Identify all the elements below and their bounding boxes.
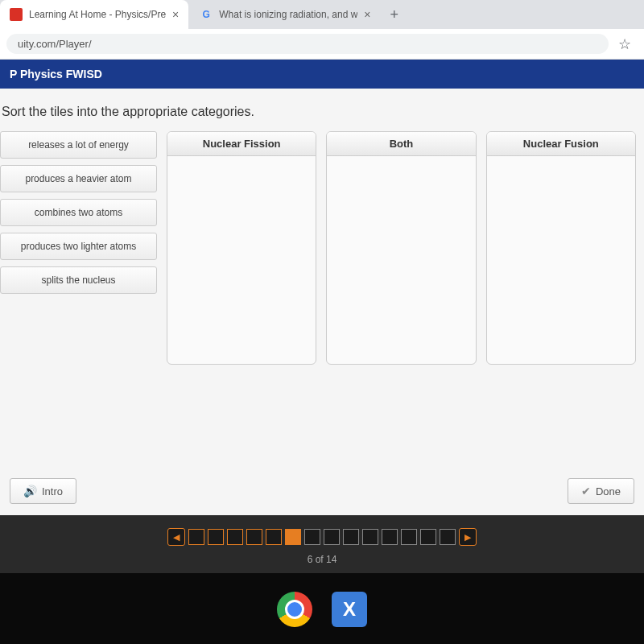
draggable-tile[interactable]: produces two lighter atoms bbox=[0, 233, 157, 260]
progress-step[interactable] bbox=[188, 529, 204, 545]
progress-step[interactable] bbox=[246, 529, 262, 545]
progress-step[interactable] bbox=[401, 529, 417, 545]
course-header: P Physics FWISD bbox=[0, 60, 644, 89]
taskbar: X bbox=[0, 573, 644, 644]
progress-step[interactable] bbox=[382, 529, 398, 545]
drop-zone-header: Both bbox=[327, 132, 475, 156]
tabs-bar: Learning At Home - Physics/Pre × G What … bbox=[0, 0, 644, 29]
progress-step[interactable] bbox=[440, 529, 456, 545]
address-bar-row: uity.com/Player/ ☆ bbox=[0, 29, 644, 60]
progress-bar: ◀ ▶ 6 of 14 bbox=[0, 515, 644, 573]
content-area: Sort the tiles into the appropriate cate… bbox=[0, 89, 644, 467]
bottom-controls: 🔊 Intro ✔ Done bbox=[0, 467, 644, 515]
drop-zone-fusion[interactable]: Nuclear Fusion bbox=[486, 131, 636, 365]
instruction-text: Sort the tiles into the appropriate cate… bbox=[0, 105, 636, 119]
drop-zone-fission[interactable]: Nuclear Fission bbox=[167, 131, 316, 365]
draggable-tile[interactable]: combines two atoms bbox=[0, 199, 157, 226]
speaker-icon: 🔊 bbox=[23, 485, 37, 497]
next-arrow-icon[interactable]: ▶ bbox=[459, 528, 477, 546]
tab-favicon-2: G bbox=[200, 8, 213, 21]
draggable-tile[interactable]: produces a heavier atom bbox=[0, 165, 157, 192]
progress-step[interactable] bbox=[208, 529, 224, 545]
progress-step[interactable] bbox=[266, 529, 282, 545]
close-icon[interactable]: × bbox=[364, 8, 370, 21]
progress-step[interactable] bbox=[362, 529, 378, 545]
tiles-column: releases a lot of energy produces a heav… bbox=[0, 131, 157, 365]
progress-label: 6 of 14 bbox=[0, 554, 644, 565]
drop-zone-header: Nuclear Fusion bbox=[487, 132, 635, 156]
done-button[interactable]: ✔ Done bbox=[568, 478, 634, 504]
bookmark-star-icon[interactable]: ☆ bbox=[618, 35, 631, 53]
progress-nav: ◀ ▶ bbox=[167, 528, 477, 546]
progress-step[interactable] bbox=[304, 529, 320, 545]
tab-title-2: What is ionizing radiation, and w bbox=[219, 9, 357, 20]
intro-label: Intro bbox=[42, 485, 63, 497]
progress-step[interactable] bbox=[324, 529, 340, 545]
tab-favicon-1 bbox=[10, 8, 23, 21]
draggable-tile[interactable]: splits the nucleus bbox=[0, 266, 157, 294]
address-bar[interactable]: uity.com/Player/ bbox=[6, 34, 609, 54]
chrome-app-icon[interactable] bbox=[277, 592, 312, 627]
progress-step[interactable] bbox=[420, 529, 436, 545]
draggable-tile[interactable]: releases a lot of energy bbox=[0, 131, 157, 159]
prev-arrow-icon[interactable]: ◀ bbox=[167, 528, 185, 546]
new-tab-button[interactable]: + bbox=[382, 2, 407, 28]
progress-step[interactable] bbox=[227, 529, 243, 545]
drop-zone-header: Nuclear Fission bbox=[167, 132, 316, 156]
tab-title-1: Learning At Home - Physics/Pre bbox=[29, 9, 166, 20]
intro-button[interactable]: 🔊 Intro bbox=[10, 478, 76, 504]
drop-zone-both[interactable]: Both bbox=[326, 131, 476, 365]
progress-step-current[interactable] bbox=[285, 529, 301, 545]
browser-tab-1[interactable]: Learning At Home - Physics/Pre × bbox=[0, 0, 188, 29]
progress-step[interactable] bbox=[343, 529, 359, 545]
done-label: Done bbox=[596, 485, 621, 497]
close-icon[interactable]: × bbox=[172, 8, 179, 21]
browser-tab-2[interactable]: G What is ionizing radiation, and w × bbox=[190, 0, 380, 29]
check-icon: ✔ bbox=[581, 485, 591, 497]
sort-container: releases a lot of energy produces a heav… bbox=[0, 131, 636, 365]
app-icon[interactable]: X bbox=[332, 592, 367, 627]
browser-chrome: Learning At Home - Physics/Pre × G What … bbox=[0, 0, 644, 60]
